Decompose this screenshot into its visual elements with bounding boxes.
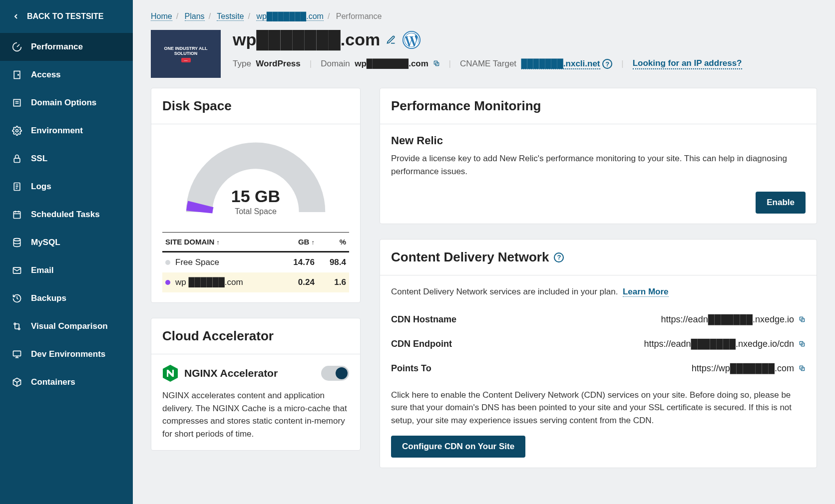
mail-icon	[12, 265, 22, 275]
site-thumbnail[interactable]: ONE INDUSTRY ALL SOLUTION —	[151, 30, 221, 78]
nav-label: Access	[31, 70, 61, 80]
main-content: Home/ Plans/ Testsite/ wp███████.com/ Pe…	[133, 0, 835, 504]
sidebar-item-mysql[interactable]: MySQL	[0, 229, 133, 256]
nav-label: Environment	[31, 126, 83, 136]
legend-dot-purple	[165, 280, 170, 285]
site-title-text: wp███████.com	[233, 30, 380, 49]
enable-newrelic-button[interactable]: Enable	[756, 192, 806, 214]
svg-rect-11	[13, 212, 20, 218]
list-icon	[12, 98, 22, 108]
disk-row-free: Free Space 14.76 98.4	[162, 252, 349, 273]
sidebar-item-logs[interactable]: Logs	[0, 173, 133, 201]
breadcrumb-testsite[interactable]: Testsite	[217, 12, 244, 21]
cname-label: CNAME Target	[460, 59, 516, 68]
type-value: WordPress	[256, 59, 300, 68]
breadcrumb-home[interactable]: Home	[151, 12, 172, 21]
disk-space-title: Disk Space	[151, 88, 360, 124]
gear-icon	[12, 126, 22, 136]
sidebar-item-domain-options[interactable]: Domain Options	[0, 89, 133, 117]
copy-icon[interactable]	[799, 365, 806, 372]
cdn-endpoint-row: CDN Endpoint https://eadn███████.nxedge.…	[391, 332, 806, 356]
nav-label: SSL	[31, 154, 47, 164]
cdn-card: Content Delivery Network ? Content Deliv…	[380, 239, 817, 468]
monitor-icon	[12, 349, 22, 359]
chevron-left-icon	[12, 12, 20, 20]
cdn-learn-more-link[interactable]: Learn More	[623, 287, 669, 297]
sort-up-icon: ↑	[216, 239, 220, 246]
cdn-points-to-row: Points To https://wp███████.com	[391, 356, 806, 381]
svg-rect-19	[13, 351, 21, 356]
sidebar-item-email[interactable]: Email	[0, 256, 133, 284]
breadcrumb-plans[interactable]: Plans	[185, 12, 205, 21]
domain-value: wp███████.com	[355, 59, 428, 68]
cloud-accelerator-card: Cloud Accelerator NGINX Accelerator NGIN…	[151, 318, 361, 451]
compare-icon	[12, 321, 22, 331]
edit-icon[interactable]	[386, 35, 396, 45]
sidebar-item-access[interactable]: Access	[0, 61, 133, 89]
back-label: BACK TO TESTSITE	[27, 12, 104, 21]
disk-col-domain[interactable]: SITE DOMAIN↑	[162, 233, 280, 252]
copy-icon[interactable]	[799, 340, 806, 347]
help-icon[interactable]: ?	[602, 59, 612, 69]
nginx-icon	[162, 364, 178, 382]
gauge-icon	[12, 42, 22, 52]
thumb-cta: —	[181, 58, 191, 62]
cname-value[interactable]: ███████.nxcli.net	[521, 59, 600, 69]
svg-point-5	[16, 130, 18, 132]
thumb-promo: ONE INDUSTRY ALL SOLUTION	[154, 46, 218, 56]
cdn-intro: Content Delivery Network services are in…	[391, 285, 806, 298]
breadcrumb-domain[interactable]: wp███████.com	[256, 12, 323, 21]
ip-address-link[interactable]: Looking for an IP address?	[633, 58, 742, 69]
nav-label: Logs	[31, 182, 51, 192]
type-label: Type	[233, 59, 251, 68]
copy-icon[interactable]	[433, 60, 440, 67]
sidebar: BACK TO TESTSITE Performance Access Doma…	[0, 0, 133, 504]
sidebar-item-dev-environments[interactable]: Dev Environments	[0, 340, 133, 368]
sidebar-item-performance[interactable]: Performance	[0, 33, 133, 61]
newrelic-desc: Provide a license key to add New Relic's…	[391, 152, 806, 178]
sidebar-item-environment[interactable]: Environment	[0, 117, 133, 145]
nav-label: MySQL	[31, 238, 60, 248]
svg-point-15	[13, 239, 20, 241]
performance-monitoring-title: Performance Monitoring	[380, 88, 817, 124]
site-meta: Type WordPress | Domain wp███████.com | …	[233, 58, 817, 69]
history-icon	[12, 293, 22, 303]
gauge-value: 15 GB	[181, 187, 331, 206]
cloud-accelerator-title: Cloud Accelerator	[151, 318, 360, 354]
copy-icon[interactable]	[799, 316, 806, 323]
disk-col-gb[interactable]: GB↑	[280, 233, 318, 252]
disk-col-pct[interactable]: %	[318, 233, 349, 252]
package-icon	[12, 377, 22, 387]
sidebar-item-visual-comparison[interactable]: Visual Comparison	[0, 312, 133, 340]
site-title: wp███████.com	[233, 30, 817, 49]
performance-monitoring-card: Performance Monitoring New Relic Provide…	[380, 88, 817, 224]
cdn-desc: Click here to enable the Content Deliver…	[391, 389, 806, 427]
back-to-site-link[interactable]: BACK TO TESTSITE	[0, 0, 133, 33]
nginx-toggle[interactable]	[321, 366, 349, 381]
nav-label: Domain Options	[31, 98, 96, 108]
nav-label: Performance	[31, 42, 83, 52]
svg-point-1	[18, 74, 19, 75]
svg-rect-6	[14, 158, 20, 162]
sidebar-item-scheduled-tasks[interactable]: Scheduled Tasks	[0, 201, 133, 229]
calendar-icon	[12, 210, 22, 220]
sidebar-item-ssl[interactable]: SSL	[0, 145, 133, 173]
help-icon[interactable]: ?	[554, 252, 564, 262]
configure-cdn-button[interactable]: Configure CDN on Your Site	[391, 436, 525, 458]
nav-label: Dev Environments	[31, 349, 105, 359]
sidebar-item-containers[interactable]: Containers	[0, 368, 133, 396]
newrelic-heading: New Relic	[391, 134, 806, 147]
legend-dot-gray	[165, 260, 170, 265]
file-icon	[12, 182, 22, 192]
svg-point-18	[18, 328, 20, 329]
database-icon	[12, 238, 22, 248]
sidebar-item-backups[interactable]: Backups	[0, 284, 133, 312]
breadcrumb: Home/ Plans/ Testsite/ wp███████.com/ Pe…	[151, 12, 817, 21]
nav-label: Email	[31, 265, 53, 275]
door-icon	[12, 70, 22, 80]
cdn-title: Content Delivery Network ?	[380, 240, 817, 275]
breadcrumb-current: Performance	[336, 12, 382, 20]
nav-label: Backups	[31, 293, 66, 303]
svg-point-17	[14, 323, 15, 324]
nav-label: Visual Comparison	[31, 321, 108, 331]
